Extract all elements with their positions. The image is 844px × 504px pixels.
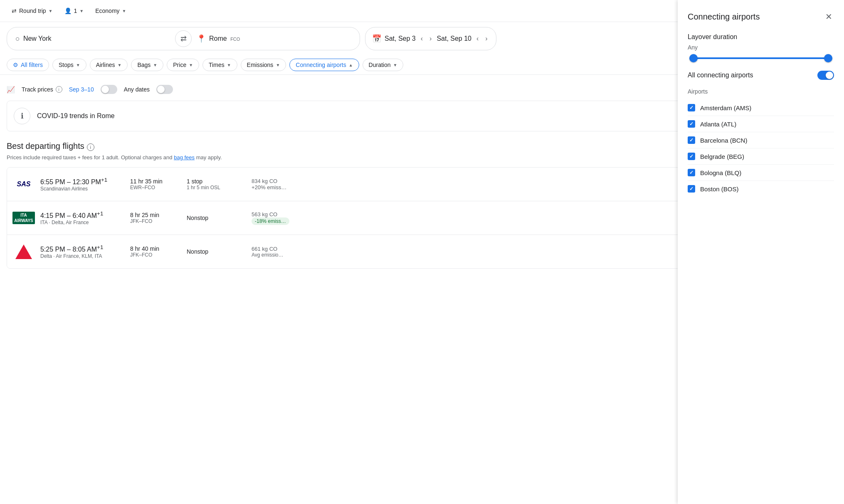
delta-logo (15, 245, 32, 259)
ita-logo: ITAAIRWAYS (12, 212, 35, 224)
duration-chevron: ▼ (393, 63, 397, 67)
layover-duration-section: Layover duration Any (688, 33, 834, 59)
track-label: Track prices i (22, 86, 62, 93)
any-dates-toggle[interactable] (156, 85, 173, 94)
airport-name-blq: Bologna (BLQ) (700, 169, 741, 176)
layover-any-label: Any (688, 44, 834, 51)
sas-logo: SAS (17, 180, 31, 188)
flight-times-1: 4:15 PM – 6:40 AM+1 ITA · Delta, Air Fra… (40, 210, 123, 225)
all-connecting-airports-label: All connecting airports (688, 72, 753, 79)
destination-code: FCO (230, 37, 240, 42)
airport-name-bcn: Barcelona (BCN) (700, 137, 747, 144)
emissions-filter-button[interactable]: Emissions ▼ (241, 59, 286, 71)
airport-checkbox-atl[interactable] (688, 120, 695, 128)
airport-item-atl: Atlanta (ATL) (688, 116, 834, 132)
sliders-icon: ⚙ (13, 62, 18, 68)
airport-checkbox-beg[interactable] (688, 153, 695, 160)
flight-dur-text-0: 11 hr 35 min (130, 178, 180, 185)
origin-text: New York (23, 35, 52, 42)
origin-field[interactable]: ○ New York (10, 27, 175, 50)
flight-duration-2: 8 hr 40 min JFK–FCO (130, 245, 180, 258)
layover-duration-label: Layover duration (688, 33, 834, 41)
section-info-icon[interactable]: i (87, 143, 94, 151)
origin-icon: ○ (15, 35, 20, 43)
flight-times-2: 5:25 PM – 8:05 AM+1 Delta · Air France, … (40, 244, 123, 259)
flight-stops-1: Nonstop (187, 215, 245, 221)
calendar-icon: 📅 (372, 34, 381, 43)
return-next-button[interactable]: › (484, 33, 489, 44)
swap-button[interactable]: ⇄ (175, 30, 192, 47)
layover-slider-track[interactable] (689, 57, 832, 59)
airlines-chevron: ▼ (118, 63, 122, 67)
depart-date: Sat, Sep 3 (385, 35, 416, 42)
emissions-badge-1: -18% emiss… (252, 217, 289, 225)
covid-info-icon: ℹ (14, 108, 30, 124)
depart-prev-button[interactable]: ‹ (419, 33, 424, 44)
airport-checkbox-bcn[interactable] (688, 136, 695, 144)
trending-icon: 📈 (7, 86, 15, 94)
destination-field[interactable]: 📍 Rome FCO (192, 27, 356, 50)
price-chevron: ▼ (189, 63, 193, 67)
flight-dur-text-2: 8 hr 40 min (130, 245, 180, 252)
airlines-filter-button[interactable]: Airlines ▼ (90, 59, 128, 71)
airport-item-blq: Bologna (BLQ) (688, 165, 834, 181)
all-connecting-airports-row: All connecting airports (688, 71, 834, 80)
all-filters-button[interactable]: ⚙ All filters (7, 59, 49, 71)
duration-filter-button[interactable]: Duration ▼ (363, 59, 404, 71)
trip-type-chevron: ▼ (49, 9, 53, 13)
airport-name-atl: Atlanta (ATL) (700, 121, 736, 128)
passengers-button[interactable]: 👤 1 ▼ (59, 4, 89, 17)
return-prev-button[interactable]: ‹ (475, 33, 480, 44)
flight-airline-1: ITA · Delta, Air France (40, 220, 123, 225)
airport-item-bos: Boston (BOS) (688, 181, 834, 197)
airport-checkbox-blq[interactable] (688, 169, 695, 176)
bag-fees-link[interactable]: bag fees (174, 154, 195, 161)
panel-title: Connecting airports (688, 12, 760, 22)
trip-type-button[interactable]: ⇄ Round trip ▼ (7, 4, 58, 17)
airports-label: Airports (688, 88, 834, 95)
bags-filter-button[interactable]: Bags ▼ (131, 59, 163, 71)
cabin-label: Economy (95, 7, 119, 14)
destination-text: Rome FCO (209, 35, 240, 42)
flight-route-1: JFK–FCO (130, 218, 180, 224)
flight-stops-text-0: 1 stop (187, 178, 245, 185)
flight-duration-1: 8 hr 25 min JFK–FCO (130, 212, 180, 224)
airport-item-ams: Amsterdam (AMS) (688, 100, 834, 116)
panel-header: Connecting airports ✕ (688, 10, 834, 23)
times-chevron: ▼ (227, 63, 231, 67)
passengers-chevron: ▼ (79, 9, 84, 13)
trip-type-label: Round trip (19, 7, 46, 14)
flight-airline-2: Delta · Air France, KLM, ITA (40, 253, 123, 259)
flight-stops-0: 1 stop 1 hr 5 min OSL (187, 178, 245, 190)
passenger-icon: 👤 (64, 7, 72, 14)
airline-logo-ita: ITAAIRWAYS (14, 208, 34, 228)
slider-thumb-right[interactable] (824, 54, 832, 62)
track-prices-toggle[interactable] (101, 85, 117, 94)
track-prices-info-icon[interactable]: i (56, 86, 62, 93)
stops-filter-button[interactable]: Stops ▼ (52, 59, 86, 71)
close-panel-button[interactable]: ✕ (824, 10, 834, 23)
flight-time-2: 5:25 PM – 8:05 AM+1 (40, 244, 123, 253)
times-filter-button[interactable]: Times ▼ (202, 59, 237, 71)
all-connecting-airports-toggle[interactable] (817, 71, 834, 80)
airport-checkbox-bos[interactable] (688, 185, 695, 193)
slider-thumb-left[interactable] (689, 54, 698, 62)
any-dates-label: Any dates (124, 86, 150, 93)
flight-times-0: 6:55 PM – 12:30 PM+1 Scandinavian Airlin… (40, 177, 123, 192)
cabin-button[interactable]: Economy ▼ (90, 4, 131, 17)
depart-next-button[interactable]: › (428, 33, 433, 44)
airline-logo-sas: SAS (14, 174, 34, 194)
flight-dur-text-1: 8 hr 25 min (130, 212, 180, 218)
airport-name-beg: Belgrade (BEG) (700, 153, 744, 160)
date-section: 📅 Sat, Sep 3 ‹ › Sat, Sep 10 ‹ › (365, 27, 496, 50)
price-filter-button[interactable]: Price ▼ (167, 59, 199, 71)
airport-name-ams: Amsterdam (AMS) (700, 104, 751, 111)
passengers-label: 1 (74, 7, 77, 14)
airport-checkbox-ams[interactable] (688, 104, 695, 111)
connecting-airports-filter-button[interactable]: Connecting airports ▲ (289, 59, 359, 71)
return-date: Sat, Sep 10 (437, 35, 471, 42)
bags-chevron: ▼ (153, 63, 157, 67)
connecting-airports-chevron: ▲ (349, 63, 353, 67)
track-date-range-link[interactable]: Sep 3–10 (69, 86, 94, 93)
flight-route-0: EWR–FCO (130, 185, 180, 190)
